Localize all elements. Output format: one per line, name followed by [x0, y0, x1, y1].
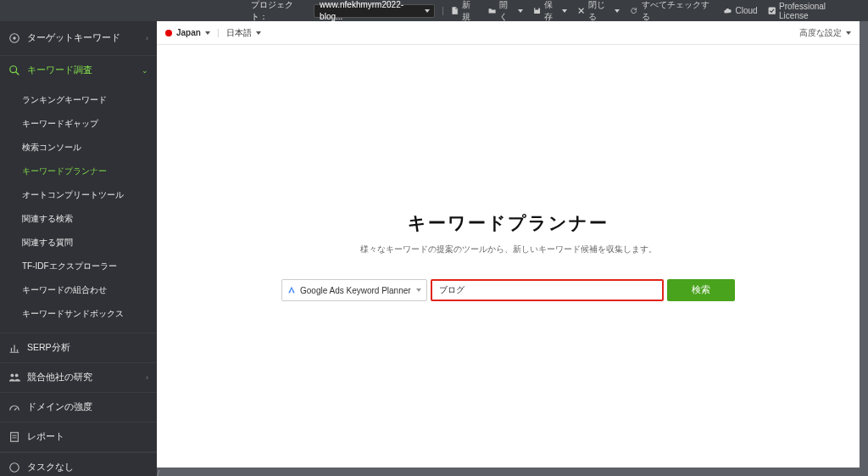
sidebar-sub-keyword-gap[interactable]: キーワードギャップ: [0, 112, 157, 136]
sidebar-label: ドメインの強度: [27, 401, 148, 413]
keyword-input-wrap: [431, 279, 664, 301]
sidebar-label: ターゲットキーワード: [27, 32, 146, 44]
topbar-cloud[interactable]: Cloud: [723, 6, 757, 15]
divider: |: [442, 6, 444, 15]
svg-point-7: [10, 463, 19, 473]
sidebar-no-task[interactable]: タスクなし: [0, 453, 157, 476]
chevron-down-icon: [846, 31, 851, 35]
topbar-new[interactable]: 新規: [451, 0, 478, 23]
sidebar-serp[interactable]: SERP分析: [0, 333, 157, 363]
topbar-license[interactable]: Professional License: [768, 2, 853, 20]
sidebar-sub-search-console[interactable]: 検索コンソール: [0, 136, 157, 160]
file-icon: [451, 7, 459, 15]
language-label: 日本語: [226, 27, 252, 39]
sidebar-sub-related-searches[interactable]: 関連する検索: [0, 207, 157, 231]
topbar-open[interactable]: 開く: [488, 0, 523, 23]
cloud-icon: [723, 7, 732, 15]
users-icon: [8, 372, 20, 384]
sidebar-bottom: タスクなし: [0, 452, 157, 476]
advanced-settings[interactable]: 高度な設定: [799, 27, 851, 39]
refresh-icon: [630, 7, 637, 15]
page-title: キーワードプランナー: [408, 211, 609, 235]
topbar-save-label: 保存: [544, 0, 559, 23]
sidebar-sub-related-questions[interactable]: 関連する質問: [0, 231, 157, 255]
sidebar-label: 競合他社の研究: [27, 372, 146, 384]
svg-rect-6: [11, 433, 19, 442]
sidebar-label: SERP分析: [27, 342, 148, 354]
svg-point-3: [10, 66, 17, 73]
chart-icon: [8, 342, 20, 354]
topbar-checkall[interactable]: すべてチェックする: [630, 0, 713, 23]
project-selector[interactable]: www.nfekhmyrm2022-blog...: [314, 4, 435, 18]
main-center: キーワードプランナー 様々なキーワードの提案のツールから、新しいキーワード候補を…: [157, 45, 860, 468]
chevron-down-icon: [518, 9, 523, 13]
sidebar-report[interactable]: レポート: [0, 423, 157, 452]
chevron-down-icon: [205, 31, 210, 35]
svg-rect-0: [768, 7, 775, 14]
planner-source-label: Google Ads Keyword Planner: [300, 286, 411, 295]
sidebar-competitor[interactable]: 競合他社の研究 ›: [0, 363, 157, 393]
topbar-close[interactable]: 閉じる: [577, 0, 620, 23]
topbar: プロジェクト： www.nfekhmyrm2022-blog... | 新規 開…: [0, 0, 868, 21]
svg-point-5: [15, 373, 19, 377]
topbar-open-label: 開く: [499, 0, 515, 23]
sidebar-sub-tfidf[interactable]: TF-IDFエクスプローラー: [0, 255, 157, 278]
sidebar-sub-autocomplete[interactable]: オートコンプリートツール: [0, 183, 157, 207]
main-toolbar: Japan | 日本語 高度な設定: [157, 21, 860, 45]
topbar-cloud-label: Cloud: [735, 6, 757, 15]
sidebar-submenu: ランキングキーワード キーワードギャップ 検索コンソール キーワードプランナー …: [0, 85, 157, 333]
close-icon: [577, 7, 585, 15]
input-row: Google Ads Keyword Planner 検索: [281, 279, 735, 301]
topbar-checkall-label: すべてチェックする: [642, 0, 714, 23]
document-icon: [8, 431, 20, 443]
divider: |: [217, 28, 220, 37]
language-selector[interactable]: 日本語: [226, 27, 261, 39]
google-ads-icon: [287, 286, 296, 294]
country-label: Japan: [176, 28, 201, 37]
sidebar-sub-keyword-combos[interactable]: キーワードの組合わせ: [0, 278, 157, 302]
topbar-license-label: Professional License: [779, 2, 853, 20]
svg-point-2: [13, 36, 16, 40]
check-icon: [768, 7, 776, 15]
sidebar-label: キーワード調査: [27, 64, 142, 76]
chevron-down-icon: [562, 9, 567, 13]
sidebar-label: レポート: [27, 431, 148, 443]
topbar-close-label: 閉じる: [588, 0, 612, 23]
topbar-new-label: 新規: [462, 0, 478, 23]
project-label: プロジェクト：: [251, 0, 307, 23]
sidebar-keyword-research[interactable]: キーワード調査 ⌄: [0, 56, 157, 85]
target-icon: [8, 32, 20, 44]
sidebar-domain-strength[interactable]: ドメインの強度: [0, 393, 157, 423]
task-icon: [8, 462, 20, 473]
chevron-down-icon: ⌄: [142, 66, 148, 75]
chevron-right-icon: ›: [146, 373, 148, 382]
main-panel: Japan | 日本語 高度な設定 キーワードプランナー 様々なキーワードの提案…: [157, 21, 860, 468]
chevron-down-icon: [256, 31, 261, 35]
topbar-save[interactable]: 保存: [533, 0, 568, 23]
search-button[interactable]: 検索: [667, 279, 735, 301]
svg-point-4: [10, 373, 14, 377]
page-subtitle: 様々なキーワードの提案のツールから、新しいキーワード候補を収集します。: [360, 244, 657, 255]
sidebar-sub-keyword-sandbox[interactable]: キーワードサンドボックス: [0, 302, 157, 326]
save-icon: [533, 7, 541, 15]
chevron-right-icon: ›: [146, 34, 148, 42]
topbar-content: プロジェクト： www.nfekhmyrm2022-blog... | 新規 開…: [251, 0, 863, 23]
planner-source-selector[interactable]: Google Ads Keyword Planner: [281, 279, 427, 301]
flag-icon: [165, 30, 172, 36]
gauge-icon: [8, 401, 20, 413]
sidebar-sub-keyword-planner[interactable]: キーワードプランナー: [0, 160, 157, 183]
sidebar-sub-ranking-keywords[interactable]: ランキングキーワード: [0, 88, 157, 112]
sidebar-target-keyword[interactable]: ターゲットキーワード ›: [0, 21, 157, 56]
chevron-down-icon: [615, 9, 620, 13]
sidebar-label: タスクなし: [27, 462, 148, 473]
chevron-down-icon: [416, 288, 421, 292]
country-selector[interactable]: Japan: [165, 28, 210, 37]
advanced-label: 高度な設定: [799, 27, 842, 39]
search-icon: [8, 64, 20, 76]
sidebar: ターゲットキーワード › キーワード調査 ⌄ ランキングキーワード キーワードギ…: [0, 21, 157, 476]
folder-icon: [488, 7, 496, 15]
keyword-input[interactable]: [432, 281, 662, 300]
